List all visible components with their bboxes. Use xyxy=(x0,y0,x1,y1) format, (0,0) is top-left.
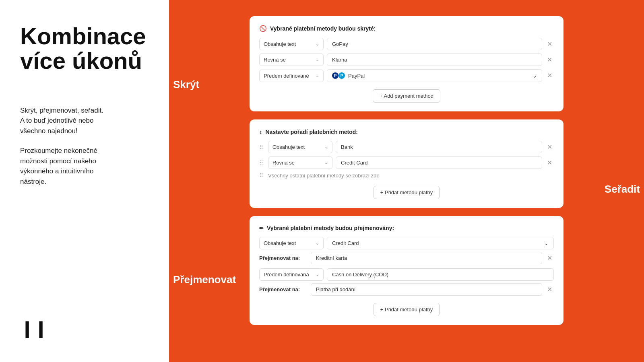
hide-row2-input[interactable] xyxy=(327,53,542,66)
hide-row3-paypal[interactable]: P P PayPal ⌄ xyxy=(327,69,542,82)
hide-row1-input[interactable] xyxy=(327,38,542,50)
card-rename-title: ✏ Vybrané platební metody budou přejmeno… xyxy=(259,225,554,231)
label-prejmenovat: Přejmenovat xyxy=(173,274,236,286)
label-seradit: Seřadit xyxy=(605,183,640,195)
pencil-icon: ✏ xyxy=(259,225,264,231)
hide-row-2: Rovná se ⌄ ✕ xyxy=(259,53,554,66)
add-payment-method-button[interactable]: + Add payment method xyxy=(373,89,440,103)
close-icon[interactable]: ✕ xyxy=(545,72,554,80)
add-payment-method-button-3[interactable]: + Přidat metodu platby xyxy=(374,303,440,316)
other-methods-row: ⠿ Všechny ostatní platební metody se zob… xyxy=(259,172,554,179)
hide-row-3: Předem definované ⌄ P P PayPal ⌄ ✕ xyxy=(259,69,554,82)
label-skryt: Skrýt xyxy=(173,78,199,91)
paypal-ay-icon: P xyxy=(339,72,345,79)
close-icon[interactable]: ✕ xyxy=(545,159,554,167)
drag-handle-icon[interactable]: ⠿ xyxy=(259,160,263,166)
rename-row-1: Obsahuje text ⌄ Credit Card ⌄ xyxy=(259,237,554,249)
hide-row2-select[interactable]: Rovná se ⌄ xyxy=(259,53,324,66)
rename-row1-value[interactable]: Credit Card ⌄ xyxy=(327,237,554,249)
sub-text-1: Skrýt, přejmenovat, seřadit. A to buď je… xyxy=(20,105,149,136)
rename-row-2: Předem definovaná ⌄ xyxy=(259,268,554,281)
rename-group-1: Obsahuje text ⌄ Credit Card ⌄ Přejmenova… xyxy=(259,237,554,264)
drag-handle-icon: ⠿ xyxy=(259,172,263,179)
rename-label-1: Přejmenovat na: xyxy=(259,255,308,261)
chevron-down-icon: ⌄ xyxy=(544,240,549,246)
sort-row1-input[interactable] xyxy=(336,141,542,153)
sort-icon: ↕ xyxy=(259,128,262,135)
chevron-down-icon: ⌄ xyxy=(316,241,319,246)
close-icon[interactable]: ✕ xyxy=(545,40,554,48)
sort-row2-select[interactable]: Rovná se ⌄ xyxy=(268,156,332,169)
cards-container: 🚫 Vybrané platební metody budou skryté: … xyxy=(169,12,644,337)
paypal-logo: P P PayPal xyxy=(332,72,365,79)
card-hide: 🚫 Vybrané platební metody budou skryté: … xyxy=(250,16,564,111)
rename-row1-rename-input[interactable] xyxy=(311,252,542,264)
chevron-down-icon: ⌄ xyxy=(324,160,328,165)
hide-row1-select[interactable]: Obsahuje text ⌄ xyxy=(259,38,324,50)
rename-row1-select[interactable]: Obsahuje text ⌄ xyxy=(259,237,324,249)
card-hide-title: 🚫 Vybrané platební metody budou skryté: xyxy=(259,25,554,32)
left-panel: Kombinace více úkonů Skrýt, přejmenovat,… xyxy=(0,0,169,362)
eye-slash-icon: 🚫 xyxy=(259,25,267,32)
rename-row2-rename-input[interactable] xyxy=(311,283,542,296)
rename-label-2: Přejmenovat na: xyxy=(259,286,308,292)
chevron-down-icon: ⌄ xyxy=(316,41,319,47)
rename-row2-value[interactable] xyxy=(327,268,554,281)
rename-row2-label-row: Přejmenovat na: ✕ xyxy=(259,283,554,296)
close-icon[interactable]: ✕ xyxy=(545,254,554,262)
right-panel: Skrýt Seřadit Přejmenovat 🚫 Vybrané plat… xyxy=(169,0,644,362)
add-payment-method-button-2[interactable]: + Přidat metodu platby xyxy=(374,186,440,199)
main-title: Kombinace více úkonů xyxy=(20,24,149,73)
sort-row2-input[interactable] xyxy=(336,156,542,169)
chevron-down-icon: ⌄ xyxy=(316,57,319,62)
rename-group-2: Předem definovaná ⌄ Přejmenovat na: ✕ xyxy=(259,268,554,296)
sort-row1-select[interactable]: Obsahuje text ⌄ xyxy=(268,141,332,153)
logo: ❙❙ xyxy=(20,319,149,338)
close-icon[interactable]: ✕ xyxy=(545,56,554,64)
card-sort: ↕ Nastavte pořadí platebních metod: ⠿ Ob… xyxy=(250,119,564,208)
drag-handle-icon[interactable]: ⠿ xyxy=(259,144,263,150)
card-sort-title: ↕ Nastavte pořadí platebních metod: xyxy=(259,128,554,135)
sub-text-2: Prozkoumejte nekonečné možnosti pomocí n… xyxy=(20,146,149,187)
rename-row2-select[interactable]: Předem definovaná ⌄ xyxy=(259,268,324,281)
rename-row1-label-row: Přejmenovat na: ✕ xyxy=(259,252,554,264)
hide-row3-select[interactable]: Předem definované ⌄ xyxy=(259,70,324,82)
close-icon[interactable]: ✕ xyxy=(545,143,554,151)
chevron-down-icon: ⌄ xyxy=(533,73,537,79)
hide-row-1: Obsahuje text ⌄ ✕ xyxy=(259,38,554,50)
sort-row-2: ⠿ Rovná se ⌄ ✕ xyxy=(259,156,554,169)
card-rename: ✏ Vybrané platební metody budou přejmeno… xyxy=(250,216,564,325)
chevron-down-icon: ⌄ xyxy=(316,272,319,277)
chevron-down-icon: ⌄ xyxy=(324,144,328,150)
chevron-down-icon: ⌄ xyxy=(316,73,319,78)
paypal-p-icon: P xyxy=(332,72,339,79)
sort-row-1: ⠿ Obsahuje text ⌄ ✕ xyxy=(259,141,554,153)
close-icon[interactable]: ✕ xyxy=(545,286,554,294)
